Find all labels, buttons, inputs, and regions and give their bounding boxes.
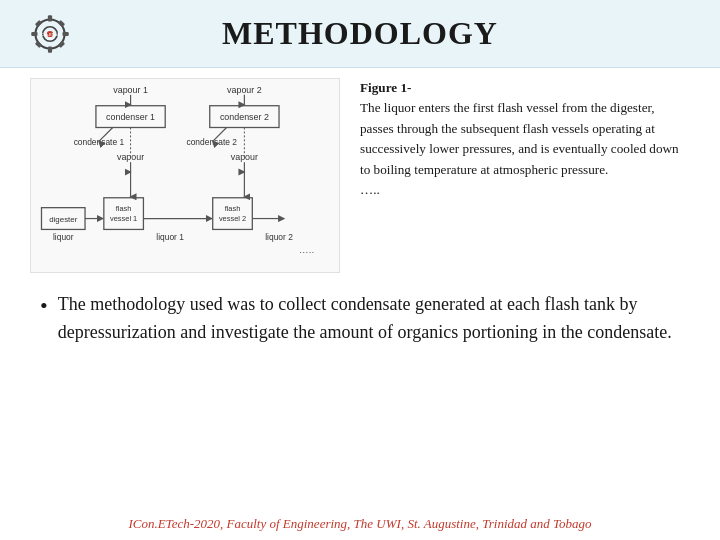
svg-rect-4 [31, 31, 37, 35]
svg-text:condenser 1: condenser 1 [106, 112, 155, 122]
svg-rect-2 [48, 15, 52, 21]
svg-rect-5 [62, 31, 68, 35]
svg-text:2020: 2020 [47, 36, 54, 40]
footer: ICon.ETech-2020, Faculty of Engineering,… [0, 516, 720, 532]
svg-text:condensate 1: condensate 1 [74, 137, 125, 147]
figure-diagram: vapour 1 vapour 2 condenser 1 condenser … [30, 78, 340, 273]
figure-section: vapour 1 vapour 2 condenser 1 condenser … [30, 78, 690, 273]
bullet-item: • The methodology used was to collect co… [40, 291, 680, 347]
svg-text:vapour 2: vapour 2 [227, 85, 262, 95]
bullet-dot: • [40, 291, 48, 347]
figure-ellipsis: ….. [360, 182, 380, 197]
svg-rect-8 [35, 40, 42, 47]
svg-text:condenser 2: condenser 2 [220, 112, 269, 122]
svg-text:liquor 1: liquor 1 [156, 232, 184, 242]
svg-text:condensate 2: condensate 2 [186, 137, 237, 147]
bullet-text: The methodology used was to collect cond… [58, 291, 680, 347]
logo: ICon.ETech 2020 [20, 6, 80, 61]
svg-text:flash: flash [116, 204, 132, 213]
svg-rect-9 [58, 40, 65, 47]
bullet-section: • The methodology used was to collect co… [30, 291, 690, 347]
svg-text:liquor 2: liquor 2 [265, 232, 293, 242]
header: ICon.ETech 2020 METHODOLOGY [0, 0, 720, 68]
svg-rect-7 [58, 19, 65, 26]
footer-text: ICon.ETech-2020, Faculty of Engineering,… [128, 516, 591, 531]
svg-text:flash: flash [225, 204, 241, 213]
svg-text:vessel 2: vessel 2 [219, 214, 246, 223]
svg-text:digester: digester [49, 215, 77, 224]
svg-text:ICon.ETech: ICon.ETech [40, 32, 60, 36]
svg-rect-3 [48, 46, 52, 52]
page-title: METHODOLOGY [80, 15, 700, 52]
main-content: vapour 1 vapour 2 condenser 1 condenser … [0, 68, 720, 365]
svg-text:liquor: liquor [53, 232, 74, 242]
svg-text:vapour 1: vapour 1 [113, 85, 148, 95]
svg-text:vessel 1: vessel 1 [110, 214, 137, 223]
svg-rect-6 [35, 19, 42, 26]
svg-text:…..: ….. [299, 244, 314, 255]
figure-description: The liquor enters the first flash vessel… [360, 100, 679, 176]
figure-caption: Figure 1- The liquor enters the first fl… [360, 78, 690, 201]
figure-label: Figure 1- [360, 80, 411, 95]
